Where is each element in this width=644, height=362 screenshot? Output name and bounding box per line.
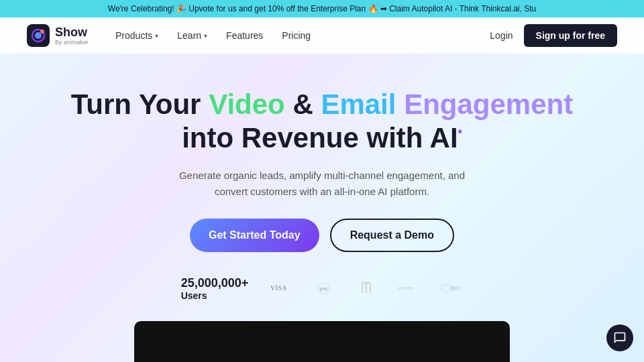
brand-gsk: gsk: [313, 282, 334, 295]
nav-pricing[interactable]: Pricing: [282, 30, 311, 41]
request-demo-button[interactable]: Request a Demo: [330, 219, 454, 252]
navbar: Show By animaker Products ▾ Learn ▾ Feat…: [0, 17, 644, 54]
hero-heading: Turn Your Video & Email Engagement into …: [27, 88, 617, 156]
social-proof: 25,000,000+ Users VISA gsk ama: [27, 276, 617, 301]
nav-features[interactable]: Features: [226, 30, 263, 41]
signup-button[interactable]: Sign up for free: [524, 24, 617, 47]
users-number: 25,000,000+: [181, 276, 249, 290]
users-label: Users: [181, 290, 249, 301]
svg-point-8: [442, 285, 450, 293]
brand-bo: BO!: [441, 282, 463, 295]
brand-mcdonalds: [356, 282, 377, 295]
svg-text:amazon: amazon: [398, 286, 414, 290]
announcement-text: We're Celebrating! 🎉 Upvote for us and g…: [108, 4, 536, 13]
heading-email: Email: [321, 88, 396, 120]
heading-asterisk: *: [458, 128, 462, 139]
login-button[interactable]: Login: [490, 30, 513, 41]
video-preview[interactable]: [134, 321, 510, 362]
svg-text:gsk: gsk: [320, 286, 328, 292]
logo-icon: [27, 24, 50, 47]
heading-line2: into Revenue with AI: [182, 122, 458, 154]
announcement-bar[interactable]: We're Celebrating! 🎉 Upvote for us and g…: [0, 0, 644, 17]
brand-visa: VISA: [270, 282, 291, 295]
svg-point-3: [40, 29, 44, 34]
heading-engagement: Engagement: [404, 88, 573, 120]
logo-area[interactable]: Show By animaker: [27, 24, 89, 47]
users-count: 25,000,000+ Users: [181, 276, 249, 301]
logo-brand-name: Show: [55, 25, 87, 39]
svg-text:BO!: BO!: [451, 285, 461, 292]
hero-section: Turn Your Video & Email Engagement into …: [0, 54, 644, 362]
cta-buttons: Get Started Today Request a Demo: [27, 219, 617, 252]
hero-subtext: Generate organic leads, amplify multi-ch…: [168, 168, 476, 200]
get-started-button[interactable]: Get Started Today: [190, 219, 319, 252]
nav-actions: Login Sign up for free: [490, 24, 617, 47]
heading-video: Video: [209, 88, 285, 120]
heading-plain1: Turn Your: [71, 88, 209, 120]
nav-products[interactable]: Products ▾: [115, 30, 158, 41]
products-dropdown-icon: ▾: [155, 32, 158, 40]
chat-icon: [613, 331, 627, 345]
svg-point-2: [35, 32, 42, 39]
logo-sub-label: By animaker: [55, 39, 89, 46]
svg-text:VISA: VISA: [270, 284, 287, 292]
heading-space: [396, 88, 404, 120]
learn-dropdown-icon: ▾: [204, 32, 207, 40]
nav-learn[interactable]: Learn ▾: [177, 30, 207, 41]
brand-amazon: amazon: [398, 282, 420, 295]
heading-and: &: [285, 88, 321, 120]
nav-links: Products ▾ Learn ▾ Features Pricing: [115, 30, 490, 41]
chat-button[interactable]: [606, 324, 633, 351]
